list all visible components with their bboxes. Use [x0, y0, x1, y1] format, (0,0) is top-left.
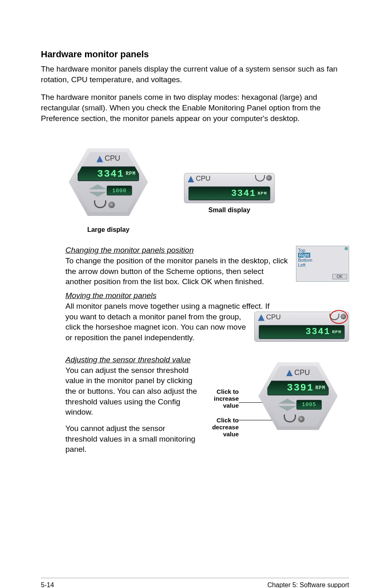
large-display-caption: Large display: [65, 226, 151, 233]
cpu-icon: [258, 314, 264, 321]
intro-para-2: The hardware monitor panels come in two …: [41, 92, 349, 123]
listbox-close-icon[interactable]: [345, 247, 348, 250]
cpu-icon: [96, 156, 103, 162]
close-icon[interactable]: ×: [298, 416, 305, 422]
page-number: 5-14: [41, 581, 54, 588]
moving-panel-title-text: CPU: [266, 313, 281, 321]
callout-circle-icon: [330, 310, 348, 324]
arrow-down-icon[interactable]: [278, 406, 296, 411]
ok-button[interactable]: OK: [332, 274, 347, 279]
small-panel-value: 3341: [231, 189, 256, 199]
chapter-title: Chapter 5: Software support: [267, 581, 349, 588]
position-option-left[interactable]: Left: [298, 263, 347, 267]
threshold-body-2: You cannot adjust the sensor threshold v…: [65, 423, 198, 455]
cpu-icon: [188, 176, 194, 182]
cpu-icon: [286, 370, 293, 376]
large-panel-unit: RPM: [126, 171, 136, 177]
large-panel-lcd: 3341 RPM: [78, 166, 139, 181]
moving-panel-unit: RPM: [332, 330, 341, 334]
arrow-down-icon[interactable]: [89, 192, 107, 197]
threshold-panel-sub-value: 1005: [302, 402, 316, 408]
threshold-panel-lcd: 3391 RPM: [267, 381, 329, 395]
moving-panel-lcd: 3341 RPM: [259, 325, 345, 339]
threshold-arrows[interactable]: [277, 399, 298, 411]
subheading-changing-position: Changing the monitor panels position: [65, 246, 290, 255]
magnet-icon[interactable]: [284, 415, 296, 422]
magnet-icon[interactable]: [255, 175, 265, 182]
small-panel-title-text: CPU: [196, 175, 211, 183]
threshold-arrows[interactable]: [87, 184, 108, 197]
moving-panels-line1: All monitor panels move together using a…: [65, 301, 349, 312]
position-option-right[interactable]: Right: [298, 253, 310, 258]
position-listbox-figure: Top Right Bottom Left OK: [296, 246, 349, 282]
large-panel-title: CPU: [96, 154, 120, 163]
moving-panel-value: 3341: [305, 327, 330, 337]
threshold-body-1: You can adjust the sensor threshold valu…: [65, 365, 198, 417]
magnet-icon[interactable]: [94, 200, 106, 208]
large-display-figure: CPU 3341 RPM 1000 ×: [65, 141, 151, 233]
small-panel-lcd: 3341 RPM: [188, 186, 270, 200]
section-heading: Hardware monitor panels: [41, 49, 349, 60]
large-panel-sub-lcd: 1000: [107, 186, 132, 195]
large-panel-value: 3341: [97, 168, 124, 180]
threshold-panel-title-text: CPU: [294, 368, 310, 377]
moving-panels-line2: you want to detach a monitor panel from …: [65, 312, 249, 343]
small-panel-unit: RPM: [258, 191, 267, 196]
subheading-moving-panels: Moving the monitor panels: [65, 291, 349, 300]
threshold-panel-sub-lcd: 1005: [296, 400, 322, 410]
subheading-threshold: Adjusting the sensor threshold value: [65, 355, 198, 364]
position-option-top[interactable]: Top: [298, 248, 347, 253]
moving-panel-title: CPU: [258, 313, 281, 321]
threshold-panel-title: CPU: [286, 368, 310, 377]
threshold-panel-value: 3391: [287, 382, 314, 393]
arrow-up-icon[interactable]: [278, 399, 296, 404]
close-icon[interactable]: ×: [108, 202, 115, 208]
moving-panel-figure: CPU × 3341 RPM: [254, 312, 349, 342]
threshold-panel-unit: RPM: [315, 385, 325, 391]
changing-position-body: To change the position of the monitor pa…: [65, 256, 290, 287]
small-display-caption: Small display: [184, 206, 275, 214]
close-icon[interactable]: ×: [266, 175, 272, 181]
small-display-figure: CPU × 3341 RPM Small display: [184, 173, 275, 214]
arrow-up-icon[interactable]: [89, 184, 107, 189]
small-panel-title: CPU: [188, 175, 211, 183]
large-panel-sub-value: 1000: [112, 188, 126, 194]
large-panel-title-text: CPU: [105, 154, 120, 163]
threshold-figure: Click to increase value Click to decreas…: [202, 355, 349, 445]
label-decrease: Click to decrease value: [202, 417, 239, 438]
intro-para-1: The hardware monitor panels display the …: [41, 64, 349, 85]
label-increase: Click to increase value: [202, 388, 239, 409]
position-option-bottom[interactable]: Bottom: [298, 258, 347, 263]
